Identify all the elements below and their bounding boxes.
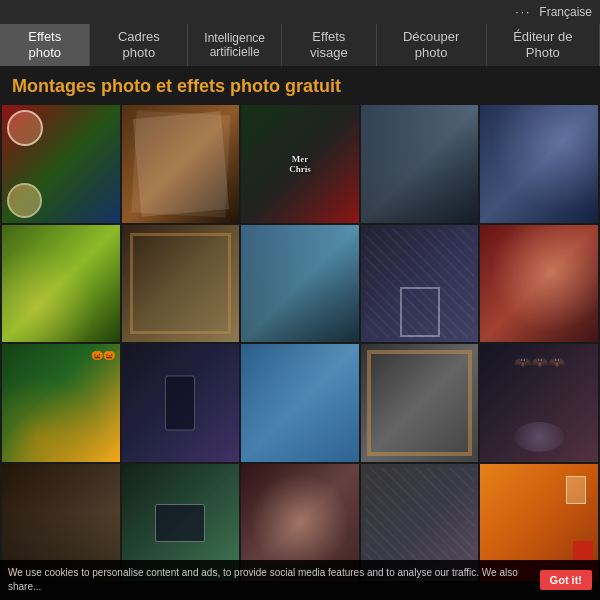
list-item[interactable]: MerChris bbox=[241, 105, 359, 223]
top-bar: ··· Française bbox=[0, 0, 600, 24]
navigation-tabs: Effets photo Cadres photo Intelligencear… bbox=[0, 24, 600, 66]
tab-cadres-photo[interactable]: Cadres photo bbox=[90, 24, 188, 66]
cookie-accept-button[interactable]: Got it! bbox=[540, 570, 592, 590]
tab-intelligence-artificielle[interactable]: Intelligenceartificielle bbox=[188, 24, 282, 66]
list-item[interactable] bbox=[122, 225, 240, 343]
list-item[interactable] bbox=[361, 225, 479, 343]
list-item[interactable] bbox=[241, 225, 359, 343]
list-item[interactable] bbox=[2, 225, 120, 343]
list-item[interactable] bbox=[241, 344, 359, 462]
cookie-text: We use cookies to personalise content an… bbox=[8, 566, 532, 594]
list-item[interactable]: 🎃🎃 bbox=[2, 344, 120, 462]
more-options-icon[interactable]: ··· bbox=[515, 5, 531, 19]
list-item[interactable] bbox=[480, 105, 598, 223]
list-item[interactable] bbox=[122, 105, 240, 223]
list-item[interactable] bbox=[122, 344, 240, 462]
page-title: Montages photo et effets photo gratuit bbox=[0, 66, 600, 105]
tab-effets-photo[interactable]: Effets photo bbox=[0, 24, 90, 66]
list-item[interactable] bbox=[480, 225, 598, 343]
tab-effets-visage[interactable]: Effets visage bbox=[282, 24, 377, 66]
tab-editeur-photo[interactable]: Éditeur de Photo bbox=[487, 24, 600, 66]
language-selector[interactable]: Française bbox=[539, 5, 592, 19]
list-item[interactable] bbox=[361, 105, 479, 223]
list-item[interactable]: 🦇🦇🦇 bbox=[480, 344, 598, 462]
list-item[interactable] bbox=[2, 105, 120, 223]
tab-decouper-photo[interactable]: Découper photo bbox=[377, 24, 487, 66]
photo-grid: MerChris 🎃🎃 🦇🦇🦇 🎃 bbox=[0, 105, 600, 583]
list-item[interactable] bbox=[361, 344, 479, 462]
